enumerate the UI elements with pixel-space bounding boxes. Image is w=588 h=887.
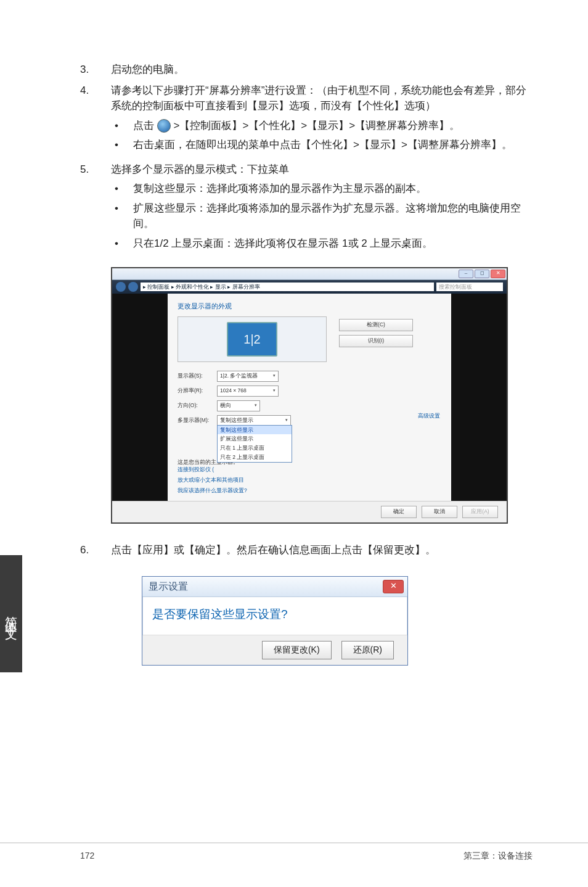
dd-option-extend[interactable]: 扩展这些显示 <box>218 434 292 444</box>
sub-5-3: 只在1/2 上显示桌面：选择此项将仅在显示器 1或 2 上显示桌面。 <box>133 236 533 252</box>
orientation-label: 方向(O): <box>178 402 212 410</box>
nav-back-icon[interactable] <box>116 282 126 292</box>
search-input[interactable]: 搜索控制面板 <box>436 283 503 291</box>
bullet: • <box>111 137 133 153</box>
dd-option-only1[interactable]: 只在 1 上显示桌面 <box>218 444 292 453</box>
list-text-6: 点击【应用】或【确定】。然后在确认信息画面上点击【保留更改】。 <box>111 542 533 558</box>
text-size-link[interactable]: 放大或缩小文本和其他项目 <box>178 476 441 484</box>
identify-button[interactable]: 识别(I) <box>339 335 413 347</box>
windows-start-icon <box>157 119 171 133</box>
dd-option-duplicate[interactable]: 复制这些显示 <box>218 426 292 435</box>
maximize-icon[interactable]: ◻ <box>475 270 489 278</box>
cancel-button[interactable]: 取消 <box>422 506 457 518</box>
sub-5-1: 复制这些显示：选择此项将添加的显示器作为主显示器的副本。 <box>133 181 533 197</box>
nav-fwd-icon[interactable] <box>128 282 138 292</box>
display-label: 显示器(S): <box>178 372 212 380</box>
sub-4-1: 点击 >【控制面板】>【个性化】>【显示】>【调整屏幕分辨率】。 <box>133 118 533 134</box>
list-number-5: 5. <box>80 162 111 255</box>
list-number-6: 6. <box>80 542 111 558</box>
sub-5-2: 扩展这些显示：选择此项将添加的显示器作为扩充显示器。这将增加您的电脑使用空间。 <box>133 200 533 232</box>
confirm-dialog: 显示设置 ✕ 是否要保留这些显示设置? 保留更改(K) 还原(R) <box>142 576 408 666</box>
resolution-select[interactable]: 1024 × 768 <box>217 386 279 397</box>
dialog-message: 是否要保留这些显示设置? <box>142 597 407 635</box>
monitor-icon: 1|2 <box>227 322 277 357</box>
breadcrumb[interactable]: ▸ 控制面板 ▸ 外观和个性化 ▸ 显示 ▸ 屏幕分辨率 <box>141 283 434 291</box>
language-side-tab: 简体中文 <box>0 555 22 672</box>
bullet: • <box>111 118 133 134</box>
bullet: • <box>111 236 133 252</box>
list-text-4: 请参考以下步骤打开“屏幕分辨率”进行设置：（由于机型不同，系统功能也会有差异，部… <box>111 83 533 114</box>
close-icon[interactable]: ✕ <box>383 580 404 593</box>
advanced-settings-link[interactable]: 高级设置 <box>418 412 440 420</box>
projector-note: 连接到投影仪 ( <box>178 466 441 474</box>
apply-button[interactable]: 应用(A) <box>462 506 498 518</box>
bullet: • <box>111 181 133 197</box>
ok-button[interactable]: 确定 <box>381 506 417 518</box>
display-select[interactable]: 1|2. 多个监视器 <box>217 371 279 382</box>
list-text-5: 选择多个显示器的显示模式：下拉菜单 <box>111 162 533 178</box>
resolution-label: 分辨率(R): <box>178 387 212 395</box>
list-number-4: 4. <box>80 83 111 157</box>
revert-button[interactable]: 还原(R) <box>341 641 394 659</box>
which-setting-link[interactable]: 我应该选择什么显示器设置? <box>178 487 441 495</box>
bullet: • <box>111 200 133 232</box>
chapter-title: 第三章：设备连接 <box>463 849 533 862</box>
list-text-3: 启动您的电脑。 <box>111 62 533 78</box>
panel-heading: 更改显示器的外观 <box>178 301 441 311</box>
window-titlebar: – ◻ ✕ <box>112 268 507 280</box>
orientation-select[interactable]: 横向 <box>217 400 260 411</box>
multi-label: 多显示器(M): <box>178 416 212 424</box>
left-margin <box>112 294 168 501</box>
dd-option-only2[interactable]: 只在 2 上显示桌面 <box>218 453 292 462</box>
page-number: 172 <box>80 849 94 862</box>
dialog-title: 显示设置 <box>149 579 188 594</box>
keep-changes-button[interactable]: 保留更改(K) <box>262 641 332 659</box>
detect-button[interactable]: 检测(C) <box>339 319 413 331</box>
multi-display-dropdown[interactable]: 复制这些显示 扩展这些显示 只在 1 上显示桌面 只在 2 上显示桌面 <box>217 425 292 463</box>
minimize-icon[interactable]: – <box>459 270 473 278</box>
screen-resolution-window: – ◻ ✕ ▸ 控制面板 ▸ 外观和个性化 ▸ 显示 ▸ 屏幕分辨率 搜索控制面… <box>111 267 508 524</box>
right-margin <box>451 294 507 501</box>
monitor-preview[interactable]: 1|2 <box>178 316 327 362</box>
sub-4-2: 右击桌面，在随即出现的菜单中点击【个性化】>【显示】>【调整屏幕分辨率】。 <box>133 137 533 153</box>
list-number-3: 3. <box>80 62 111 78</box>
close-icon[interactable]: ✕ <box>491 270 505 278</box>
